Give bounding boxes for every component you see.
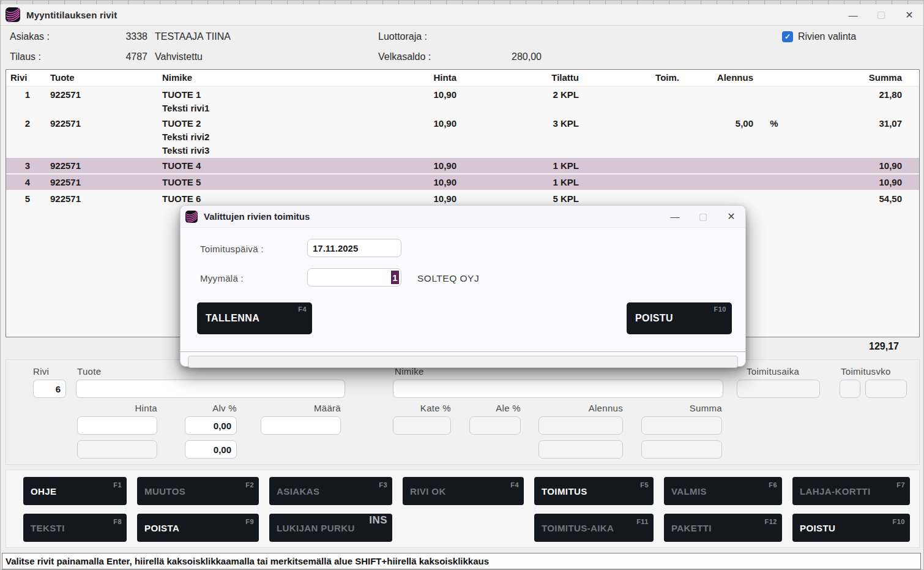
tuote-field[interactable] <box>76 380 345 398</box>
cell-tilattu: 3 KPL <box>459 117 581 157</box>
alv-label: Alv % <box>185 403 237 413</box>
toimitus-aika-button[interactable]: TOIMITUS-AIKAF11 <box>534 514 654 542</box>
solteq-logo-icon <box>6 7 20 22</box>
table-row[interactable]: 1922571TUOTE 1Teksti rivi110,902 KPL21,8… <box>6 87 919 116</box>
cell-alennus <box>685 176 756 189</box>
tallenna-button-label: TALLENNA <box>206 313 259 323</box>
cell-nimike: TUOTE 4 <box>162 159 349 173</box>
cell-tilattu: 1 KPL <box>459 159 581 173</box>
toimitusvko-field-2[interactable] <box>865 380 907 398</box>
hinta-field-2[interactable] <box>77 440 157 459</box>
ale-field[interactable] <box>469 416 521 435</box>
cell-summa: 31,07 <box>792 117 919 157</box>
cell-summa: 54,50 <box>792 192 919 206</box>
cell-alennus: 5,00 <box>685 117 756 157</box>
dialog-poistu-button[interactable]: POISTU F10 <box>627 302 732 334</box>
column-header-tuote: Tuote <box>49 71 162 84</box>
paketti-button[interactable]: PAKETTIF12 <box>664 514 782 542</box>
close-icon[interactable]: ✕ <box>895 4 923 25</box>
toimitusvko-label: Toimitusvko <box>841 366 891 377</box>
table-header-row: RiviTuoteNimikeHintaTilattuToim.AlennusS… <box>6 70 919 86</box>
button-label: POISTU <box>800 523 835 533</box>
button-label: LUKIJAN PURKU <box>277 523 355 533</box>
dialog-window-controls: — ▢ ✕ <box>661 206 745 227</box>
maximize-icon[interactable]: ▢ <box>867 4 895 25</box>
lukijan-purku-button[interactable]: LUKIJAN PURKUINS <box>269 514 392 542</box>
kate-label: Kate % <box>393 403 451 413</box>
nimike-field[interactable] <box>393 380 723 398</box>
cell-tuote: 922571 <box>49 159 162 173</box>
button-label: OHJE <box>31 486 56 497</box>
key-label: F11 <box>636 516 649 528</box>
cell-hinta: 10,90 <box>349 117 459 157</box>
dialog-close-icon[interactable]: ✕ <box>717 206 745 227</box>
column-header-hinta: Hinta <box>349 71 459 84</box>
key-label: F5 <box>640 479 649 491</box>
rivi-ok-button[interactable]: RIVI OKF4 <box>403 477 524 505</box>
column-header-nimike: Nimike <box>162 71 349 84</box>
lahja-kortti-button[interactable]: LAHJA-KORTTIF7 <box>792 477 910 505</box>
table-row[interactable]: 2922571TUOTE 2Teksti rivi2Teksti rivi310… <box>6 116 919 158</box>
poistu-button[interactable]: POISTUF10 <box>792 514 910 542</box>
solteq-logo-icon <box>185 211 198 223</box>
column-header-alennus: Alennus <box>685 71 756 84</box>
minimize-icon[interactable]: — <box>839 4 867 25</box>
alennus-field-2[interactable] <box>538 440 623 459</box>
dialog-poistu-button-label: POISTU <box>635 313 673 323</box>
dialog-poistu-key-label: F10 <box>714 306 726 313</box>
button-label: VALMIS <box>671 486 707 497</box>
order-header: Asiakas : 3338 TESTAAJA TIINA Tilaus : 4… <box>1 25 923 69</box>
window-title: Myyntitilauksen rivit <box>26 10 117 20</box>
key-label: F3 <box>379 479 387 491</box>
toimitusvko-field-1[interactable] <box>840 380 860 398</box>
key-label: F12 <box>765 516 777 528</box>
delivery-date-field[interactable] <box>307 239 401 257</box>
dialog-maximize-icon[interactable]: ▢ <box>689 206 717 227</box>
summa-field-2[interactable] <box>641 440 722 459</box>
rivi-field[interactable] <box>33 380 66 398</box>
dialog-minimize-icon[interactable]: — <box>661 206 689 227</box>
table-row[interactable]: 5922571TUOTE 610,905 KPL54,50 <box>6 191 919 206</box>
cell-pct <box>756 176 792 189</box>
column-header-summa: Summa <box>792 71 919 84</box>
muutos-button[interactable]: MUUTOSF2 <box>137 477 259 505</box>
table-row[interactable]: 3922571TUOTE 410,901 KPL10,90 <box>6 158 919 173</box>
valmis-button[interactable]: VALMISF6 <box>664 477 782 505</box>
poista-button[interactable]: POISTAF9 <box>137 514 259 542</box>
cell-rivi: 5 <box>6 192 49 206</box>
store-field[interactable] <box>307 268 401 287</box>
rivi-label: Rivi <box>33 366 49 377</box>
table-row[interactable]: 4922571TUOTE 510,901 KPL10,90 <box>6 174 919 190</box>
cell-hinta: 10,90 <box>349 159 459 173</box>
button-label: MUUTOS <box>144 486 185 497</box>
kate-field[interactable] <box>393 416 451 435</box>
cell-tilattu: 1 KPL <box>459 176 581 189</box>
summa-field[interactable] <box>641 416 722 435</box>
maara-field[interactable] <box>261 416 341 435</box>
toimitusaika-field[interactable] <box>737 380 820 398</box>
alennus-field[interactable] <box>538 416 623 435</box>
check-icon: ✓ <box>784 32 791 41</box>
customer-number: 3338 <box>111 31 147 42</box>
dialog-divider <box>181 351 745 352</box>
function-button-bar: OHJEF1MUUTOSF2ASIAKASF3RIVI OKF4TOIMITUS… <box>6 470 920 548</box>
order-total: 129,17 <box>869 341 899 352</box>
row-select-group: ✓ Rivien valinta <box>782 31 856 42</box>
store-field-selection: 1 <box>391 271 399 284</box>
tallenna-button[interactable]: TALLENNA F4 <box>197 302 312 334</box>
row-select-label: Rivien valinta <box>798 31 856 42</box>
toimitus-button[interactable]: TOIMITUSF5 <box>534 477 654 505</box>
tallenna-key-label: F4 <box>298 306 307 313</box>
key-label: F10 <box>893 516 905 528</box>
teksti-button[interactable]: TEKSTIF8 <box>23 514 127 542</box>
hinta-field[interactable] <box>77 416 157 435</box>
asiakas-button[interactable]: ASIAKASF3 <box>269 477 392 505</box>
alv-field-2[interactable] <box>185 440 237 459</box>
cell-pct <box>756 192 792 206</box>
ohje-button[interactable]: OHJEF1 <box>23 477 127 505</box>
alv-field[interactable] <box>185 416 237 435</box>
row-select-checkbox[interactable]: ✓ <box>782 31 793 42</box>
cell-pct <box>756 88 792 115</box>
button-label: RIVI OK <box>410 486 446 497</box>
cell-rivi: 1 <box>6 88 49 115</box>
